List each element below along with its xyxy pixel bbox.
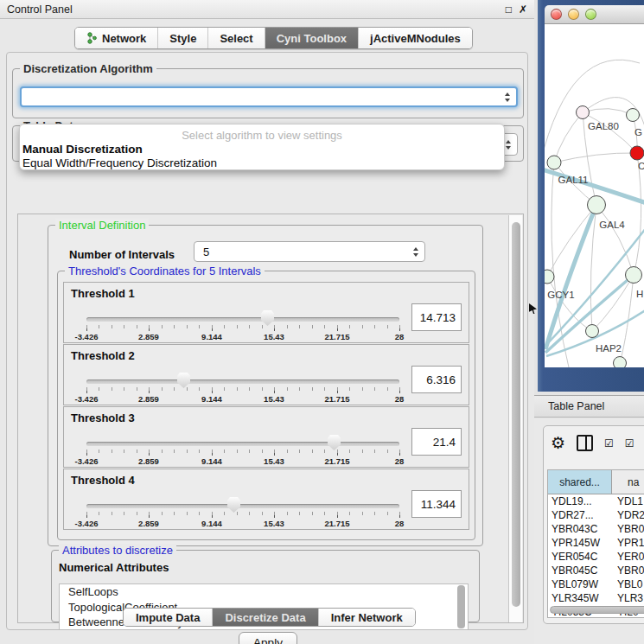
combo-stepper-icon [413, 247, 418, 257]
table-row[interactable]: YDL19... YDL1 [548, 494, 644, 508]
threshold-4-slider-thumb[interactable] [227, 497, 240, 513]
table-header-row: shared... na [548, 470, 644, 494]
tab-style-label: Style [169, 32, 196, 45]
node-gal80[interactable] [577, 106, 590, 119]
table-panel-inner: ⚙ ☑ ☑ shared... na YDL19... YDL1 YDR27..… [543, 425, 644, 624]
tick-label: 28 [373, 394, 425, 404]
tick-label: 9.144 [186, 394, 238, 404]
list-item[interactable]: SelfLoops [60, 584, 468, 600]
table-row[interactable]: YBL079W YBL0 [548, 577, 644, 591]
threshold-1-slider-track[interactable] [86, 317, 399, 322]
node-attribute-table[interactable]: shared... na YDL19... YDL1 YDR27... YDR2… [547, 469, 644, 618]
network-window-titlebar [545, 5, 644, 24]
num-intervals-value: 5 [203, 245, 209, 258]
tick-label: -3.426 [61, 332, 112, 341]
node-label: G [634, 127, 642, 137]
cell-shared-name: YPR145W [548, 537, 612, 549]
dropdown-option-manual-discretization[interactable]: Manual Discretization [20, 142, 504, 156]
tab-infer-network[interactable]: Infer Network [319, 609, 415, 626]
column-header-name[interactable]: na [612, 470, 644, 494]
checkbox-icon[interactable]: ☑ [604, 438, 614, 449]
cell-name: YBL0 [612, 578, 644, 590]
tab-select[interactable]: Select [208, 28, 265, 48]
threshold-2-slider-track[interactable] [86, 379, 399, 384]
cell-name: YLR3 [612, 592, 644, 604]
node-top-right[interactable] [627, 109, 640, 122]
threshold-3-slider-thumb[interactable] [328, 435, 341, 450]
attributes-list-scrollbar[interactable] [457, 585, 465, 628]
interval-definition-title: Interval Definition [55, 219, 149, 232]
cyni-content-frame: Discretization Algorithm Table Data galF… [6, 52, 528, 630]
settings-scrollbar[interactable] [508, 215, 522, 622]
node-bottom[interactable] [614, 357, 627, 368]
control-panel-title: Control Panel [7, 3, 73, 16]
algorithm-combobox[interactable] [20, 86, 518, 107]
tab-cyni-toolbox-label: Cyni Toolbox [277, 32, 347, 45]
dropdown-placeholder: Select algorithm to view settings [20, 124, 504, 142]
split-columns-icon[interactable] [577, 435, 593, 451]
tab-discretize-data[interactable]: Discretize Data [213, 609, 318, 626]
slider-ticks-minor [86, 387, 400, 391]
gear-icon[interactable]: ⚙ [551, 435, 565, 451]
network-canvas[interactable]: GAL80 G GAL11 C GAL4 GCY1 H HAP2 [545, 24, 644, 367]
tick-label: 28 [373, 456, 425, 466]
threshold-3-slider-track[interactable] [86, 442, 399, 446]
tick-label: 21.715 [311, 394, 363, 404]
settings-scrollpane: Interval Definition Number of Intervals … [17, 214, 524, 623]
threshold-4-value-field[interactable]: 11.344 [411, 490, 462, 518]
close-window-icon[interactable]: ✗ [519, 4, 527, 15]
table-row[interactable]: YBR045C YBR0 [548, 564, 644, 577]
threshold-4-slider-track[interactable] [86, 504, 399, 508]
num-intervals-combobox[interactable]: 5 [194, 241, 425, 262]
threshold-2-slider-thumb[interactable] [177, 373, 190, 388]
tab-cyni-toolbox[interactable]: Cyni Toolbox [265, 28, 359, 48]
threshold-3-label: Threshold 3 [71, 411, 135, 424]
node-gcy1[interactable] [545, 270, 554, 284]
tab-network[interactable]: Network [75, 28, 158, 48]
threshold-1-value-field[interactable]: 14.713 [411, 303, 462, 331]
dropdown-option-equal-width-frequency[interactable]: Equal Width/Frequency Discretization [20, 156, 504, 169]
tick-label: -3.426 [61, 519, 112, 528]
tab-jactivemnodules[interactable]: jActiveMNodules [359, 28, 472, 48]
threshold-4-panel: Threshold 4 -3.426 2.859 9.144 15.43 21.… [63, 469, 469, 530]
tick-label: -3.426 [61, 394, 112, 404]
node-h[interactable] [626, 267, 642, 284]
cell-name: YBR0 [612, 523, 644, 535]
slider-ticks-minor [86, 512, 400, 515]
close-traffic-light-icon[interactable] [551, 9, 562, 20]
node-red-selected[interactable] [630, 146, 644, 160]
node-gal4[interactable] [588, 196, 606, 214]
table-horizontal-scrollbar[interactable] [550, 606, 644, 614]
interval-definition-groupbox: Interval Definition Number of Intervals … [48, 225, 483, 546]
threshold-2-value-field[interactable]: 6.316 [411, 366, 462, 393]
node-label: GAL11 [558, 175, 589, 185]
threshold-1-slider-thumb[interactable] [261, 310, 274, 326]
table-row[interactable]: YLR345W YLR3 [548, 591, 644, 605]
num-intervals-label: Number of Intervals [69, 248, 175, 261]
threshold-1-panel: Threshold 1 -3.426 2.859 9.144 15.43 21.… [63, 282, 469, 343]
threshold-3-value-field[interactable]: 21.4 [411, 428, 462, 456]
node-label: HAP2 [596, 343, 622, 354]
apply-button[interactable]: Apply [239, 632, 297, 644]
column-header-shared-name[interactable]: shared... [548, 470, 612, 494]
table-row[interactable]: YPR145W YPR1 [548, 536, 644, 550]
tick-label: 28 [373, 332, 425, 341]
zoom-traffic-light-icon[interactable] [585, 9, 596, 20]
threshold-3-panel: Threshold 3 -3.426 2.859 9.144 15.43 21.… [63, 406, 469, 468]
node-gal11[interactable] [547, 156, 561, 169]
control-panel-titlebar: Control Panel □ ✗ [0, 0, 534, 19]
float-window-icon[interactable]: □ [506, 4, 512, 15]
minimize-traffic-light-icon[interactable] [568, 9, 579, 20]
attributes-group-title: Attributes to discretize [59, 544, 176, 557]
tick-label: 15.43 [248, 394, 300, 404]
table-row[interactable]: YBR043C YBR0 [548, 522, 644, 536]
node-hap2[interactable] [586, 325, 599, 338]
checkbox-icon[interactable]: ☑ [625, 438, 634, 449]
tab-select-label: Select [220, 32, 252, 45]
tab-style[interactable]: Style [158, 28, 208, 48]
table-row[interactable]: YER054C YER0 [548, 550, 644, 564]
tab-impute-data[interactable]: Impute Data [124, 609, 213, 626]
settings-scrollbar-thumb[interactable] [512, 222, 520, 607]
tab-jactivemnodules-label: jActiveMNodules [370, 32, 461, 45]
table-row[interactable]: YDR27... YDR2 [548, 508, 644, 522]
